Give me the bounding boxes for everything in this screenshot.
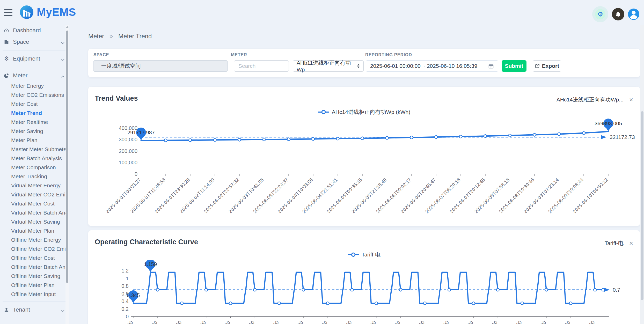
sidebar-item-dashboard[interactable]: Dashboard (0, 25, 69, 36)
sidebar-item-offline-meter-energy[interactable]: Offline Meter Energy (0, 235, 69, 244)
svg-text:291717.987: 291717.987 (127, 130, 155, 135)
occ-title: Operating Characteristic Curve (95, 238, 198, 246)
top-header: MyEMS ⚙ (0, 0, 644, 25)
svg-text:1: 1 (126, 276, 129, 281)
building-icon (4, 39, 9, 45)
sidebar-item-virtual-meter-energy[interactable]: Virtual Meter Energy (0, 181, 69, 190)
export-button[interactable]: Export (533, 60, 561, 72)
breadcrumb-separator: » (109, 33, 113, 40)
svg-text:1.159: 1.159 (144, 261, 157, 267)
notifications-button[interactable] (612, 8, 624, 20)
page-scrollbar[interactable] (640, 25, 644, 324)
sidebar-item-tenant[interactable]: Tenant (0, 304, 69, 315)
space-label: SPACE (93, 52, 109, 57)
trend-series-selector[interactable]: AHc14进线柜正向有功Wp... (557, 96, 624, 103)
main-content: Meter » Meter Trend SPACE 一度城/调试空间 METER… (69, 25, 640, 324)
myems-logo[interactable]: MyEMS (20, 5, 76, 19)
meter-select[interactable]: AHb11进线柜正向有功Wp (293, 60, 364, 72)
svg-text:0.2: 0.2 (121, 306, 129, 312)
sidebar-item-offline-meter-co2-emissions[interactable]: Offline Meter CO2 Emissions (0, 244, 69, 253)
person-icon (4, 307, 9, 313)
scroll-up-arrow-icon[interactable] (66, 26, 69, 28)
trend-close-icon[interactable]: × (629, 96, 633, 103)
occ-legend-label: Tariff-电 (362, 251, 380, 258)
submit-label: Submit (505, 63, 523, 69)
sidebar-scrollbar[interactable] (65, 25, 69, 324)
chevron-down-icon (61, 57, 65, 62)
select-updown-icon (357, 64, 360, 68)
brand-name: MyEMS (37, 6, 76, 18)
svg-text:200,000: 200,000 (119, 148, 137, 154)
svg-text:0.4: 0.4 (121, 298, 129, 304)
sidebar-item-virtual-meter-batch-analysis[interactable]: Virtual Meter Batch Analysis (0, 208, 69, 217)
sidebar-item-meter-cost[interactable]: Meter Cost (0, 99, 69, 108)
svg-text:0: 0 (135, 171, 137, 177)
sidebar-item-meter-saving[interactable]: Meter Saving (0, 127, 69, 136)
occ-series-selector[interactable]: Tariff-电 (605, 240, 624, 247)
trend-values-title: Trend Values (95, 94, 138, 102)
svg-text:2025-06-01T00:00:00: 2025-06-01T00:00:00 (97, 320, 134, 324)
sidebar-divider (3, 301, 66, 301)
sidebar-item-meter-trend[interactable]: Meter Trend (0, 108, 69, 117)
trend-chart[interactable]: 400,000300,000200,000100,00002025-06-01T… (88, 118, 640, 226)
sidebar-item-virtual-meter-co2-emissions[interactable]: Virtual Meter CO2 Emissions (0, 190, 69, 199)
reporting-period-picker[interactable]: 2025-06-01 00:00:00 ~ 2025-06-10 16:05:3… (366, 60, 498, 72)
sidebar-item-meter-comparison[interactable]: Meter Comparison (0, 163, 69, 172)
sidebar-item-offline-meter-cost[interactable]: Offline Meter Cost (0, 253, 69, 262)
sidebar-item-equipment[interactable]: ⚙Equipment (0, 53, 69, 64)
page-scrollbar-thumb[interactable] (641, 111, 643, 300)
occ-chart[interactable]: 1.210.80.60.40.202025-06-01T00:00:002025… (88, 260, 640, 324)
user-avatar[interactable] (628, 9, 639, 20)
meter-selected-value: AHb11进线柜正向有功Wp (297, 59, 357, 73)
operating-characteristic-card: Operating Characteristic Curve Tariff-电 … (88, 230, 640, 324)
meter-search-input[interactable] (234, 60, 289, 72)
sidebar-scrollbar-thumb[interactable] (66, 31, 68, 283)
sidebar-item-offline-meter-input[interactable]: Offline Meter Input (0, 290, 69, 299)
svg-text:321172.73: 321172.73 (610, 134, 635, 140)
occ-legend[interactable]: Tariff-电 (88, 251, 640, 258)
svg-text:100,000: 100,000 (119, 160, 137, 165)
breadcrumb-meter[interactable]: Meter (88, 33, 104, 40)
reporting-period-value: 2025-06-01 00:00:00 ~ 2025-06-10 16:05:3… (370, 63, 477, 69)
sidebar-item-meter-co2-emissions[interactable]: Meter CO2 Emissions (0, 90, 69, 99)
breadcrumb-meter-trend: Meter Trend (118, 33, 152, 40)
export-icon (535, 63, 540, 69)
sidebar-item-meter-energy[interactable]: Meter Energy (0, 81, 69, 90)
reporting-period-label: REPORTING PERIOD (365, 52, 412, 57)
sidebar-item-meter-plan[interactable]: Meter Plan (0, 136, 69, 145)
sidebar-item-meter-tracking[interactable]: Meter Tracking (0, 172, 69, 181)
submit-button[interactable]: Submit (502, 60, 526, 72)
sidebar-item-meter-realtime[interactable]: Meter Realtime (0, 117, 69, 127)
svg-text:0: 0 (126, 314, 129, 319)
space-value: 一度城/调试空间 (101, 62, 141, 70)
sidebar-divider (3, 318, 66, 318)
trend-legend[interactable]: AHc14进线柜正向有功Wp (kWh) (88, 108, 640, 116)
sidebar-item-offline-meter-saving[interactable]: Offline Meter Saving (0, 271, 69, 281)
svg-text:300,000: 300,000 (119, 137, 137, 142)
sidebar-divider (3, 50, 66, 50)
settings-gear-icon: ⚙ (595, 9, 605, 19)
settings-button[interactable]: ⚙ (592, 6, 608, 22)
sidebar-item-master-meter-submeters-balance[interactable]: Master Meter Submeters Balance (0, 145, 69, 154)
sidebar-item-virtual-meter-saving[interactable]: Virtual Meter Saving (0, 217, 69, 226)
pie-icon (4, 73, 9, 78)
occ-close-icon[interactable]: × (629, 240, 633, 247)
sidebar-divider (3, 67, 66, 67)
sidebar-item-virtual-meter-cost[interactable]: Virtual Meter Cost (0, 199, 69, 208)
space-cascader[interactable]: 一度城/调试空间 (93, 60, 228, 72)
chevron-up-icon (61, 74, 65, 79)
sidebar-item-offline-meter-plan[interactable]: Offline Meter Plan (0, 281, 69, 290)
hamburger-menu-icon[interactable] (4, 9, 13, 16)
trend-legend-label: AHc14进线柜正向有功Wp (kWh) (332, 108, 410, 116)
gear-icon: ⚙ (4, 56, 9, 62)
sidebar-item-virtual-meter-plan[interactable]: Virtual Meter Plan (0, 226, 69, 235)
sidebar-item-meter[interactable]: Meter (0, 70, 69, 81)
legend-line-marker-icon (318, 110, 329, 114)
user-icon (628, 9, 639, 20)
myems-logo-icon (20, 5, 34, 19)
bell-icon (615, 11, 621, 18)
svg-text:0.8: 0.8 (121, 283, 129, 289)
sidebar-item-offline-meter-batch-analysis[interactable]: Offline Meter Batch Analysis (0, 262, 69, 271)
sidebar-item-meter-batch-analysis[interactable]: Meter Batch Analysis (0, 154, 69, 163)
sidebar-item-space[interactable]: Space (0, 36, 69, 48)
